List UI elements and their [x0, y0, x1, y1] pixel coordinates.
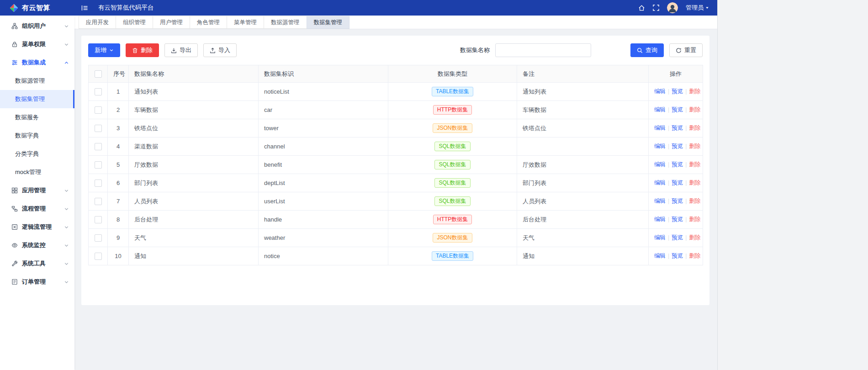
- sidebar-item-process-mgmt[interactable]: 流程管理: [0, 200, 74, 218]
- row-checkbox[interactable]: [95, 125, 102, 132]
- sidebar-subitem-datasource-mgmt[interactable]: 数据源管理: [0, 72, 74, 90]
- chevron-down-icon: [64, 206, 69, 211]
- sidebar-item-menu-permissions[interactable]: 菜单权限: [0, 35, 74, 53]
- dataset-table: 序号 数据集名称 数据集标识 数据集类型 备注 操作 1通知列表noticeLi…: [88, 65, 703, 265]
- row-action-delete[interactable]: 删除: [689, 198, 700, 204]
- row-checkbox[interactable]: [95, 198, 102, 205]
- dataset-name-input[interactable]: [495, 43, 591, 57]
- row-name: 天气: [129, 229, 259, 247]
- add-button[interactable]: 新增: [88, 43, 120, 57]
- sidebar-subitem-category-dictionary[interactable]: 分类字典: [0, 145, 74, 163]
- row-action-preview[interactable]: 预览: [672, 143, 683, 149]
- row-checkbox[interactable]: [95, 143, 102, 150]
- row-action-preview[interactable]: 预览: [672, 161, 683, 168]
- delete-button[interactable]: 删除: [126, 43, 159, 57]
- sidebar-subitem-mock-mgmt[interactable]: mock管理: [0, 163, 74, 181]
- row-checkbox[interactable]: [95, 253, 102, 260]
- row-action-preview[interactable]: 预览: [672, 88, 683, 95]
- row-action-delete[interactable]: 删除: [689, 253, 700, 259]
- export-button[interactable]: 导出: [164, 43, 198, 57]
- row-index: 3: [108, 119, 129, 137]
- row-code: deptList: [259, 174, 388, 192]
- tab-label: 菜单管理: [234, 19, 257, 26]
- row-action-delete[interactable]: 删除: [689, 161, 700, 168]
- row-name: 人员列表: [129, 192, 259, 211]
- row-action-edit[interactable]: 编辑: [654, 198, 666, 204]
- tab-menu-mgmt[interactable]: 菜单管理: [227, 16, 264, 29]
- column-header-remark: 备注: [517, 65, 649, 83]
- export-button-label: 导出: [180, 46, 191, 54]
- reset-button[interactable]: 重置: [669, 43, 703, 57]
- row-action-delete[interactable]: 删除: [689, 88, 700, 95]
- row-action-preview[interactable]: 预览: [672, 253, 683, 259]
- row-action-delete[interactable]: 删除: [689, 125, 700, 131]
- sidebar-item-app-mgmt[interactable]: 应用管理: [0, 181, 74, 200]
- sidebar-item-logic-flow-mgmt[interactable]: 逻辑流管理: [0, 218, 74, 236]
- row-action-edit[interactable]: 编辑: [654, 180, 666, 186]
- action-separator: |: [685, 161, 687, 168]
- row-action-edit[interactable]: 编辑: [654, 88, 666, 95]
- home-icon[interactable]: [638, 5, 645, 11]
- row-action-edit[interactable]: 编辑: [654, 161, 666, 168]
- sidebar-item-system-monitor[interactable]: 系统监控: [0, 236, 74, 254]
- row-select-cell: [89, 229, 108, 247]
- sidebar-subitem-data-service[interactable]: 数据服务: [0, 108, 74, 127]
- avatar[interactable]: [667, 2, 678, 13]
- sidebar-item-system-tools[interactable]: 系统工具: [0, 254, 74, 273]
- import-button[interactable]: 导入: [203, 43, 237, 57]
- row-checkbox[interactable]: [95, 106, 102, 114]
- row-checkbox[interactable]: [95, 161, 102, 169]
- row-action-preview[interactable]: 预览: [672, 125, 683, 131]
- import-icon: [210, 48, 216, 53]
- system-monitor-icon: [11, 242, 18, 248]
- row-action-delete[interactable]: 删除: [689, 180, 700, 186]
- row-action-edit[interactable]: 编辑: [654, 143, 666, 149]
- select-all-checkbox[interactable]: [95, 70, 102, 78]
- row-action-delete[interactable]: 删除: [689, 234, 700, 241]
- fullscreen-icon[interactable]: [653, 5, 659, 11]
- user-menu[interactable]: 管理员: [686, 4, 709, 12]
- row-action-preview[interactable]: 预览: [672, 106, 683, 113]
- row-index: 2: [108, 101, 129, 119]
- tab-role-mgmt[interactable]: 角色管理: [190, 16, 227, 29]
- row-name: 通知: [129, 247, 259, 265]
- sidebar-subitem-label: 数据字典: [15, 132, 39, 140]
- table-row: 4渠道数据channelSQL数据集编辑|预览|删除: [89, 137, 703, 156]
- row-action-edit[interactable]: 编辑: [654, 216, 666, 222]
- row-action-delete[interactable]: 删除: [689, 216, 700, 222]
- sidebar-subitem-data-dictionary[interactable]: 数据字典: [0, 127, 74, 145]
- action-separator: |: [668, 198, 669, 204]
- row-action-edit[interactable]: 编辑: [654, 125, 666, 131]
- action-separator: |: [668, 161, 669, 168]
- collapse-menu-icon[interactable]: [81, 5, 88, 11]
- row-action-edit[interactable]: 编辑: [654, 234, 666, 241]
- sidebar-item-order-mgmt[interactable]: 订单管理: [0, 273, 74, 291]
- dataset-type-tag: SQL数据集: [434, 178, 470, 188]
- row-action-preview[interactable]: 预览: [672, 198, 683, 204]
- sidebar-item-org-users[interactable]: 组织用户: [0, 17, 74, 35]
- row-actions: 编辑|预览|删除: [649, 101, 703, 119]
- toolbar: 新增 删除 导出 导入 数据集名称: [88, 43, 703, 57]
- sidebar-item-data-integration[interactable]: 数据集成: [0, 53, 74, 72]
- query-button[interactable]: 查询: [630, 43, 664, 57]
- tab-user-mgmt[interactable]: 用户管理: [153, 16, 190, 29]
- tab-dataset-mgmt[interactable]: 数据集管理: [307, 16, 350, 29]
- row-action-edit[interactable]: 编辑: [654, 253, 666, 259]
- tab-datasource-mgmt[interactable]: 数据源管理: [264, 16, 307, 29]
- table-row: 9天气weatherJSON数据集天气编辑|预览|删除: [89, 229, 703, 247]
- tab-label: 用户管理: [160, 19, 183, 26]
- row-action-delete[interactable]: 删除: [689, 106, 700, 113]
- row-checkbox[interactable]: [95, 234, 102, 242]
- row-action-delete[interactable]: 删除: [689, 143, 700, 149]
- tab-app-dev[interactable]: 应用开发: [79, 16, 116, 29]
- row-action-preview[interactable]: 预览: [672, 180, 683, 186]
- sidebar-item-label: 流程管理: [22, 205, 46, 213]
- row-action-edit[interactable]: 编辑: [654, 106, 666, 113]
- row-checkbox[interactable]: [95, 88, 102, 95]
- row-checkbox[interactable]: [95, 216, 102, 223]
- sidebar-subitem-dataset-mgmt[interactable]: 数据集管理: [0, 90, 74, 108]
- tab-org-mgmt[interactable]: 组织管理: [116, 16, 153, 29]
- row-action-preview[interactable]: 预览: [672, 234, 683, 241]
- row-checkbox[interactable]: [95, 180, 102, 187]
- row-action-preview[interactable]: 预览: [672, 216, 683, 222]
